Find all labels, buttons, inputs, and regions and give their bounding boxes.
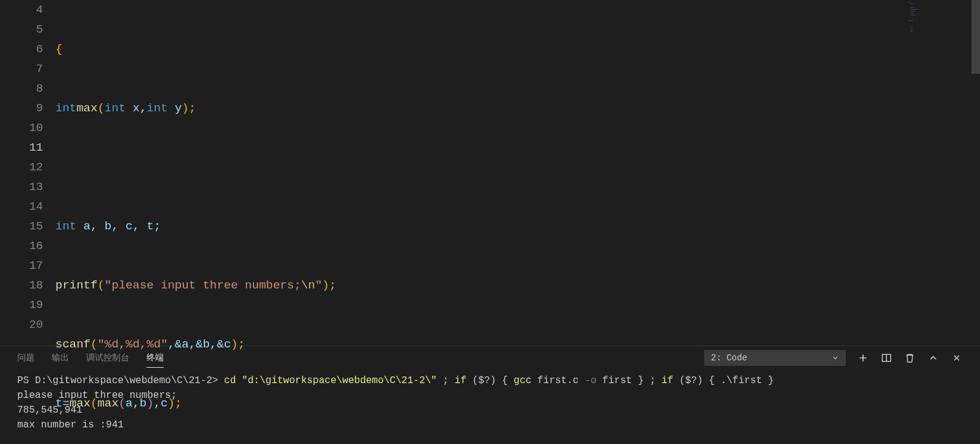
line-number: 15 bbox=[0, 216, 43, 236]
line-number-gutter: 4 5 6 7 8 9 10 11 12 13 14 15 16 17 18 1… bbox=[0, 0, 55, 346]
line-number: 12 bbox=[0, 157, 43, 177]
code-line[interactable]: int max(int x,int y); bbox=[55, 98, 906, 118]
line-number: 10 bbox=[0, 118, 43, 138]
code-line[interactable]: t=max(max(a,b),c); bbox=[55, 394, 906, 413]
line-number-current: 11 bbox=[0, 138, 43, 157]
line-number: 13 bbox=[0, 177, 43, 197]
line-number: 4 bbox=[0, 0, 43, 20]
code-line[interactable]: scanf("%d,%d,%d",&a,&b,&c); bbox=[55, 335, 906, 354]
line-number: 17 bbox=[0, 256, 43, 276]
line-number: 18 bbox=[0, 276, 43, 295]
line-number: 14 bbox=[0, 197, 43, 216]
code-line[interactable]: int a, b, c, t; bbox=[55, 216, 906, 236]
minimap[interactable]: ▬▬▬ ▬▬▬▬▬▬ ▬▬▬▬▬ ▬▬▬▬▬▬▬▬▬ ▬▬▬▬▬▬▬ ▬▬▬▬▬… bbox=[906, 0, 980, 346]
line-number: 16 bbox=[0, 236, 43, 256]
minimap-viewport[interactable] bbox=[971, 0, 980, 74]
line-number: 20 bbox=[0, 315, 43, 335]
line-number: 8 bbox=[0, 79, 43, 98]
line-number: 9 bbox=[0, 98, 43, 118]
maximize-panel-button[interactable] bbox=[927, 352, 939, 364]
code-editor[interactable]: { int max(int x,int y); int a, b, c, t; … bbox=[55, 0, 906, 346]
code-line[interactable] bbox=[55, 157, 906, 177]
editor-area: 4 5 6 7 8 9 10 11 12 13 14 15 16 17 18 1… bbox=[0, 0, 980, 346]
tab-problems[interactable]: 问题 bbox=[17, 349, 34, 367]
line-number: 19 bbox=[0, 295, 43, 315]
line-number: 6 bbox=[0, 39, 43, 59]
close-panel-button[interactable] bbox=[950, 352, 963, 364]
code-line[interactable]: printf("please input three numbers;\n"); bbox=[55, 276, 906, 295]
minimap-content: ▬▬▬ ▬▬▬▬▬▬ ▬▬▬▬▬ ▬▬▬▬▬▬▬▬▬ ▬▬▬▬▬▬▬ ▬▬▬▬▬… bbox=[909, 1, 970, 34]
code-line[interactable]: { bbox=[55, 39, 906, 59]
line-number: 7 bbox=[0, 59, 43, 79]
line-number: 5 bbox=[0, 20, 43, 39]
